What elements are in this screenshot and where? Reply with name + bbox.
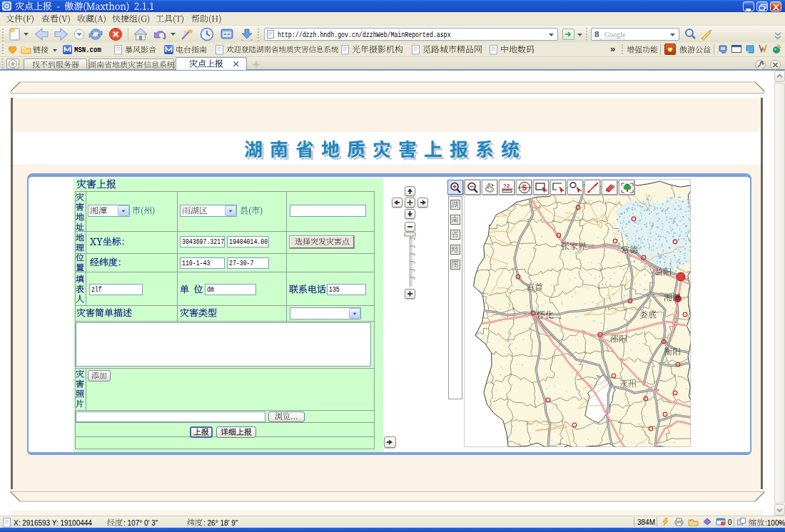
svg-text:?2: ?2 — [503, 183, 510, 189]
